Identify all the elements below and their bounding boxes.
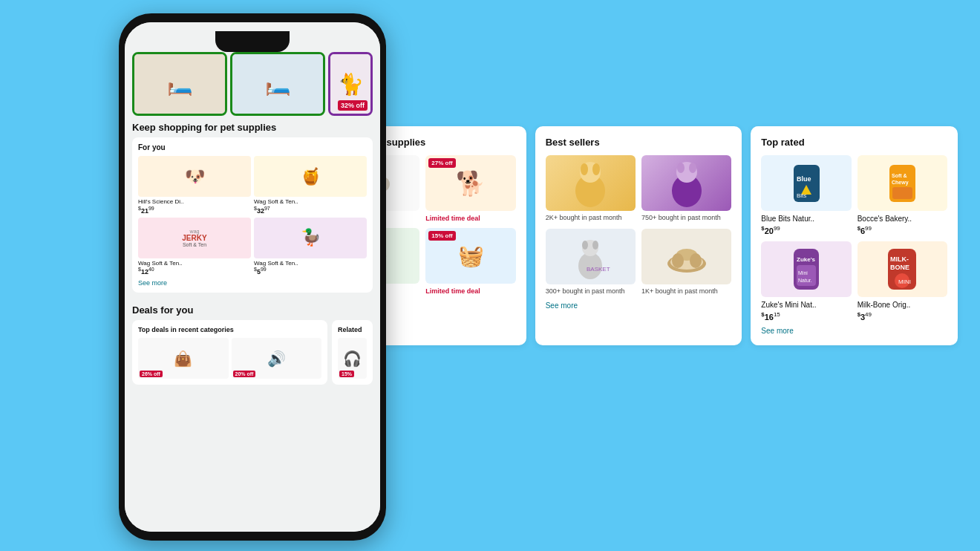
for-you-grid: 🐶 Hill's Science Di.. $2199 🍯 Wag Soft &…: [138, 156, 367, 276]
wag-jerky-price: $1240: [138, 267, 251, 276]
phone-product-hills[interactable]: 🐶 Hill's Science Di.. $2199: [138, 156, 251, 215]
keep-shopping-title: Keep shopping for pet supplies: [125, 116, 380, 137]
speaker-icon: 🔊: [267, 350, 286, 368]
pet-bed-card-1[interactable]: 🛏️: [132, 52, 227, 116]
tr-product-bocce[interactable]: Soft &Chewy Bocce's Bakery.. $699: [858, 155, 947, 235]
deal-product-mat[interactable]: 27% off 🐕 Limited time deal: [425, 155, 515, 222]
bs-img-2: [641, 155, 731, 211]
phone-product-wag-treat[interactable]: 🍯 Wag Soft & Ten.. $3297: [254, 156, 367, 215]
desktop-cards-container: Deals in pet supplies 27% off Limited ti…: [319, 126, 958, 345]
phone-content: 🛏️ 🛏️ 🐈 32% off Keep shopping for pet su…: [125, 22, 380, 532]
top-rated-card: Top rated BlueBits Blue Bits Natur.. $20…: [751, 126, 958, 345]
svg-point-6: [592, 163, 600, 175]
blue-bits-name: Blue Bits Natur..: [761, 214, 814, 224]
svg-text:Bits: Bits: [797, 192, 806, 199]
wag-toy-img: 🦆: [254, 218, 367, 258]
tr-product-blue-bits[interactable]: BlueBits Blue Bits Natur.. $2099: [761, 155, 851, 235]
bs-img-1: [546, 155, 636, 211]
zukes-price: $1615: [761, 311, 780, 322]
pet-bed-discount-badge: 32% off: [338, 100, 368, 111]
deal-item-headphones[interactable]: 🎧 15%: [338, 338, 367, 379]
pet-bed-card-3[interactable]: 🐈 32% off: [328, 52, 373, 116]
svg-point-19: [672, 253, 684, 268]
wag-treat-name: Wag Soft & Ten..: [254, 198, 367, 206]
pet-bed-img-1: 🛏️: [134, 54, 225, 114]
best-sellers-card: Best sellers 2K+ bought in past month 75…: [535, 126, 742, 345]
svg-text:MINI: MINI: [898, 278, 911, 285]
pet-bed-img-2: 🛏️: [232, 54, 323, 114]
svg-point-20: [690, 253, 702, 268]
blue-bits-img: BlueBits: [761, 155, 851, 211]
bs-product-1[interactable]: 2K+ bought in past month: [546, 155, 636, 223]
zukes-name: Zuke's Mini Nat..: [761, 300, 816, 310]
bag-discount: 26% off: [140, 371, 163, 377]
mat-img: 27% off 🐕: [425, 155, 515, 211]
svg-text:Natur.: Natur.: [798, 278, 812, 283]
phone-screen: 🛏️ 🛏️ 🐈 32% off Keep shopping for pet su…: [125, 22, 380, 532]
tr-product-zukes[interactable]: Zuke'sMiniNatur. Zuke's Mini Nat.. $1615: [761, 241, 851, 322]
best-sellers-grid: 2K+ bought in past month 750+ bought in …: [546, 155, 732, 296]
phone-product-wag-toy[interactable]: 🦆 Wag Soft & Ten.. $599: [254, 218, 367, 276]
wag-treat-price: $3297: [254, 206, 367, 215]
top-rated-see-more[interactable]: See more: [761, 327, 947, 335]
milkbone-price: $349: [858, 311, 872, 322]
svg-point-10: [689, 163, 696, 173]
deal-item-bag[interactable]: 👜 26% off: [138, 338, 229, 379]
svg-rect-28: [892, 187, 912, 199]
svg-point-13: [582, 241, 588, 250]
blanket-img: 15% off 🧺: [425, 228, 515, 284]
pet-bed-card-2[interactable]: 🛏️: [230, 52, 325, 116]
bocce-name: Bocce's Bakery..: [858, 214, 912, 224]
phone-product-wag-jerky[interactable]: wag JERKY Soft & Ten Wag Soft & Ten.. $1…: [138, 218, 251, 276]
top-rated-title: Top rated: [761, 137, 947, 148]
deal-item-speaker[interactable]: 🔊 20% off: [232, 338, 322, 379]
milkbone-img: MILK-BONEMINI: [858, 241, 947, 297]
bs-bought-2: 750+ bought in past month: [641, 214, 721, 223]
hills-science-img: 🐶: [138, 156, 251, 197]
svg-point-14: [592, 241, 598, 250]
for-you-label: For you: [138, 143, 367, 151]
phone-device: 🛏️ 🛏️ 🐈 32% off Keep shopping for pet su…: [119, 13, 386, 541]
wag-jerky-name: Wag Soft & Ten..: [138, 260, 251, 267]
wag-toy-price: $599: [254, 267, 367, 276]
for-you-section: For you 🐶 Hill's Science Di.. $2199 🍯 Wa…: [132, 137, 373, 293]
svg-text:BONE: BONE: [890, 264, 909, 271]
wag-toy-name: Wag Soft & Ten..: [254, 260, 367, 267]
headphones-discount: 15%: [339, 371, 354, 377]
tr-product-milkbone[interactable]: MILK-BONEMINI Milk-Bone Orig.. $349: [858, 241, 947, 322]
bs-product-4[interactable]: 1K+ bought in past month: [641, 229, 731, 296]
blanket-deal-tag: 15% off: [428, 231, 455, 241]
svg-text:BASKET: BASKET: [587, 266, 610, 273]
phone-notch: [215, 31, 290, 52]
blanket-limited: Limited time deal: [425, 287, 480, 295]
deals-row: Top deals in recent categories 👜 26% off…: [125, 320, 380, 385]
bs-product-3[interactable]: BASKET 300+ bought in past month: [546, 229, 636, 296]
svg-text:Zuke's: Zuke's: [797, 256, 816, 263]
svg-point-5: [581, 163, 588, 175]
blue-bits-price: $2099: [761, 225, 780, 235]
best-sellers-see-more[interactable]: See more: [546, 301, 732, 310]
hills-science-name: Hill's Science Di..: [138, 198, 251, 206]
bs-img-4: [641, 229, 731, 284]
deal-product-blanket[interactable]: 15% off 🧺 Limited time deal: [425, 228, 515, 295]
milkbone-name: Milk-Bone Orig..: [858, 300, 911, 310]
bocce-img: Soft &Chewy: [858, 155, 947, 211]
bs-bought-4: 1K+ bought in past month: [641, 287, 718, 296]
bs-bought-1: 2K+ bought in past month: [546, 214, 622, 223]
wag-jerky-img: wag JERKY Soft & Ten: [138, 218, 251, 258]
top-deals-card: Top deals in recent categories 👜 26% off…: [132, 320, 327, 385]
deals-for-you-title: Deals for you: [125, 299, 380, 320]
for-you-see-more[interactable]: See more: [138, 279, 367, 287]
bs-product-2[interactable]: 750+ bought in past month: [641, 155, 731, 223]
svg-text:Chewy: Chewy: [892, 180, 909, 186]
svg-text:Mini: Mini: [798, 270, 808, 276]
hills-science-price: $2199: [138, 206, 251, 215]
bag-icon: 👜: [174, 350, 192, 368]
related-title: Related: [338, 326, 367, 333]
zukes-img: Zuke'sMiniNatur.: [761, 241, 851, 297]
wag-treat-img: 🍯: [254, 156, 367, 197]
svg-text:Blue: Blue: [797, 175, 811, 183]
bs-bought-3: 300+ bought in past month: [546, 287, 625, 296]
top-deals-title: Top deals in recent categories: [138, 326, 321, 333]
bs-img-3: BASKET: [546, 229, 636, 284]
